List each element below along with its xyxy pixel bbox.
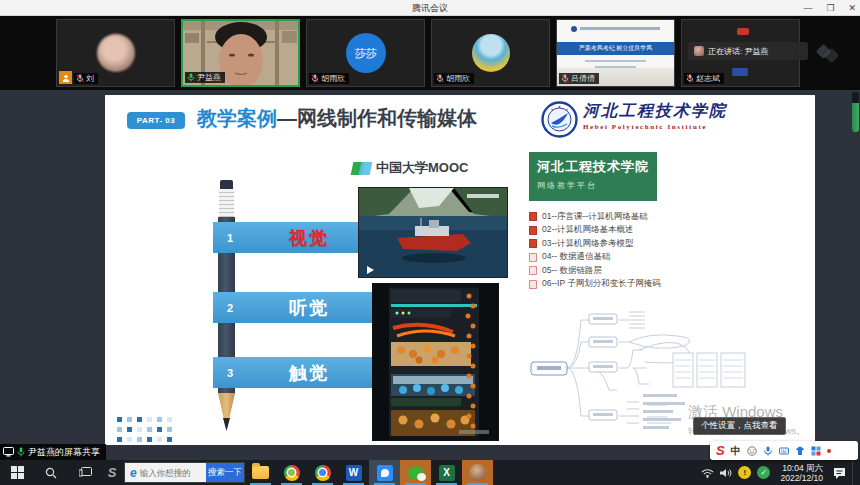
tray-date: 2022/12/10	[780, 473, 823, 483]
participant-name: 吕倩倩	[571, 73, 595, 84]
speaking-toast: 正在讲话: 尹益燕	[688, 42, 808, 60]
emoji-icon[interactable]	[747, 446, 757, 456]
clock[interactable]: 10:04 周六 2022/12/10	[776, 463, 827, 483]
participant-name: 尹益燕	[197, 72, 221, 83]
wechat-icon[interactable]	[400, 460, 431, 485]
course-item[interactable]: 05-- 数据链路层	[529, 264, 759, 278]
course-title: 05-- 数据链路层	[542, 265, 602, 277]
mic-muted-icon	[561, 74, 569, 83]
decorative-dots	[117, 417, 173, 443]
participant-tile[interactable]: 刘	[56, 19, 175, 87]
tencent-meeting-icon[interactable]	[369, 460, 400, 485]
minimize-button[interactable]: —	[803, 0, 812, 16]
shared-screen-area: PART- 03 教学案例—网线制作和传输媒体 河北工程技术学院 Hebei P…	[0, 90, 860, 460]
course-doc-icon	[529, 212, 537, 221]
close-button[interactable]: ✕	[848, 0, 856, 16]
course-title: 02--计算机网络基本概述	[542, 224, 634, 236]
screen-share-label: 尹益燕的屏幕共享	[0, 444, 106, 460]
show-desktop-button[interactable]	[852, 460, 856, 485]
course-list: 01--序言课--计算机网络基础 02--计算机网络基本概述 03--计算机网络…	[529, 210, 759, 291]
course-title: 03--计算机网络参考模型	[542, 238, 634, 250]
course-title: 01--序言课--计算机网络基础	[542, 211, 648, 223]
notification-dot	[827, 449, 831, 453]
institute-name-en: Hebei Polytechnic Institute	[583, 123, 727, 131]
course-title: 04-- 数据通信基础	[542, 251, 610, 263]
tray-app-green-icon[interactable]: ✓	[757, 466, 770, 479]
input-language-icon[interactable]: 中	[731, 444, 741, 458]
sogou-logo-icon[interactable]: S	[716, 443, 725, 458]
part-badge: PART- 03	[127, 112, 185, 129]
tray-app-yellow-icon[interactable]: !	[738, 466, 751, 479]
task-view-icon[interactable]	[68, 460, 102, 485]
toolbox-icon[interactable]	[811, 446, 821, 456]
avatar-initials: 莎莎	[355, 46, 377, 61]
participant-tile[interactable]: 胡雨欣	[431, 19, 550, 87]
search-icon[interactable]	[34, 460, 68, 485]
word-icon[interactable]: W	[338, 460, 369, 485]
course-item[interactable]: 04-- 数据通信基础	[529, 251, 759, 265]
participant-name: 胡雨欣	[321, 73, 345, 84]
screen-icon	[3, 447, 14, 457]
sogou-input-bar[interactable]: S 中	[710, 441, 858, 460]
skin-icon[interactable]	[795, 446, 805, 456]
mic-on-icon	[17, 447, 25, 457]
volume-icon[interactable]	[720, 468, 732, 478]
speaking-toast-text: 正在讲话: 尹益燕	[708, 46, 768, 57]
participant-tile[interactable]: 严肃考风考纪 树立优良学风 吕倩倩	[556, 19, 675, 87]
course-item[interactable]: 01--序言课--计算机网络基础	[529, 210, 759, 224]
taskbar: S e 搜索一下 W X ! ✓ 10:04 周六 2022/12/10	[0, 460, 860, 485]
taskbar-search-box[interactable]: e 搜索一下	[124, 462, 245, 483]
search-input[interactable]	[140, 468, 210, 478]
browser-icon[interactable]	[276, 460, 307, 485]
course-doc-icon	[529, 239, 537, 248]
course-doc-icon	[529, 280, 537, 289]
excel-icon[interactable]: X	[431, 460, 462, 485]
avatar-fragment	[732, 68, 748, 76]
sogou-tooltip[interactable]: 个性设置，点我查看	[693, 417, 786, 435]
institute-logo: 河北工程技术学院 Hebei Polytechnic Institute	[541, 101, 727, 138]
platform-subtitle: 网络教学平台	[537, 180, 649, 191]
participant-tile-speaking[interactable]: 尹益燕	[181, 19, 300, 87]
ship-video-thumbnail[interactable]	[358, 187, 508, 278]
screen-share-text: 尹益燕的屏幕共享	[28, 446, 100, 459]
banner-number: 3	[213, 367, 247, 379]
tencent-meeting-window: 腾讯会议 — ❐ ✕ 刘	[0, 0, 860, 485]
institute-emblem-icon	[541, 101, 578, 138]
photos-app-icon[interactable]	[462, 460, 493, 485]
course-item[interactable]: 03--计算机网络参考模型	[529, 237, 759, 251]
mooc-brand: 中国大学MOOC	[352, 159, 468, 177]
participant-tile[interactable]: 莎莎 胡雨欣 李莎莎	[306, 19, 425, 87]
speaker-avatar	[694, 46, 704, 56]
banner-label: 视觉	[289, 226, 329, 250]
mooc-label: 中国大学MOOC	[376, 159, 468, 177]
voice-input-icon[interactable]	[763, 446, 773, 456]
course-doc-icon	[529, 226, 537, 235]
file-explorer-icon[interactable]	[245, 460, 276, 485]
slide-title: 教学案例—网线制作和传输媒体	[197, 105, 477, 132]
mic-muted-icon	[686, 74, 694, 83]
course-item[interactable]: 06--IP 子网划分和变长子网掩码	[529, 278, 759, 292]
mic-muted-icon	[311, 74, 319, 83]
participant-name: 赵志斌	[696, 73, 720, 84]
host-icon	[59, 71, 72, 84]
search-go-button[interactable]: 搜索一下	[206, 463, 244, 482]
edge-icon: e	[130, 466, 137, 480]
avatar-fragment	[737, 28, 749, 35]
maximize-button[interactable]: ❐	[826, 0, 834, 16]
wifi-icon[interactable]	[701, 468, 714, 478]
chrome-icon[interactable]	[307, 460, 338, 485]
institute-name-cn: 河北工程技术学院	[583, 101, 727, 122]
notification-icon[interactable]	[833, 467, 846, 479]
titlebar: 腾讯会议 — ❐ ✕	[0, 0, 860, 16]
keyboard-icon[interactable]	[779, 446, 789, 456]
mini-slide-banner: 严肃考风考纪 树立优良学风	[557, 42, 674, 55]
platform-title: 河北工程技术学院	[537, 158, 649, 176]
sogou-taskbar-icon[interactable]: S	[102, 465, 122, 480]
video-strip: 刘 尹益燕	[0, 16, 860, 90]
participant-name: 胡雨欣	[446, 73, 470, 84]
window-title: 腾讯会议	[0, 2, 860, 15]
scrollbar-thumb[interactable]	[852, 92, 859, 132]
start-button[interactable]	[0, 460, 34, 485]
course-item[interactable]: 02--计算机网络基本概述	[529, 224, 759, 238]
banner-label: 听觉	[289, 296, 329, 320]
